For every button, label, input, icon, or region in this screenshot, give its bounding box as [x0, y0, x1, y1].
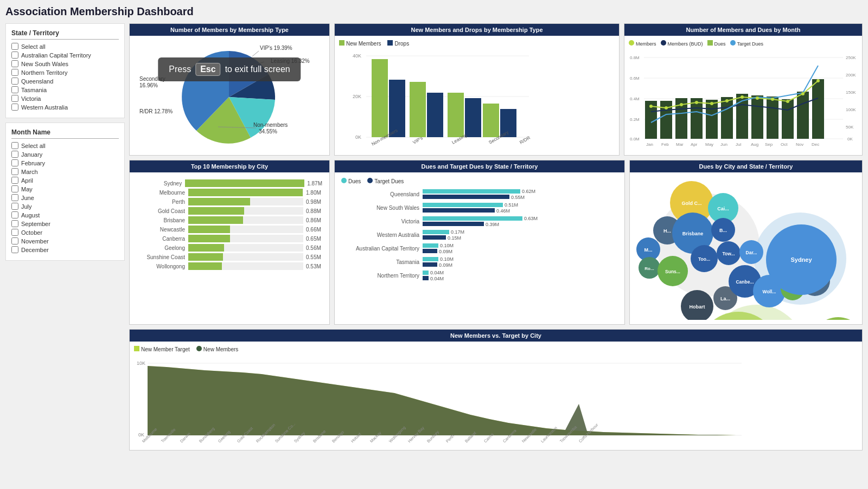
dues-panel: Dues and Target Dues by State / Territor…	[334, 160, 625, 325]
svg-text:Apr: Apr	[691, 142, 698, 147]
state-label: Western Australia	[341, 232, 423, 238]
bubble-panel: Dues by City and State / Territory Gold …	[629, 160, 863, 325]
svg-text:Suns...: Suns...	[665, 269, 680, 274]
bar-track	[188, 216, 303, 224]
top10-title: Top 10 Membership by City	[130, 160, 329, 172]
overlay-exit-text: to exit full screen	[225, 65, 290, 74]
state-checkbox[interactable]	[11, 69, 18, 76]
month-checkbox[interactable]	[11, 142, 18, 149]
city-label: Newcastle	[134, 227, 188, 233]
state-checkbox[interactable]	[11, 43, 18, 50]
dues-value: 0.10M	[440, 256, 454, 262]
month-filter-item: April	[11, 177, 119, 184]
month-filter-item: September	[11, 220, 119, 227]
dues-body: Dues Target Dues Queensland 0.62M 0.55M …	[335, 172, 624, 289]
bar-track	[188, 207, 303, 215]
top10-row: Geelong 0.56M	[134, 244, 325, 252]
month-checkbox[interactable]	[11, 211, 18, 218]
svg-rect-33	[706, 100, 718, 139]
dues-bar	[423, 243, 438, 248]
dues-value: 0.17M	[451, 229, 464, 235]
bar-value: 0.88M	[306, 208, 325, 214]
bar-value: 0.53M	[306, 263, 325, 269]
city-label: Perth	[134, 199, 188, 205]
pie-chart-panel: Number of Members by Membership Type Pre…	[129, 23, 330, 156]
target-value: 0.39M	[486, 222, 499, 227]
svg-text:40K: 40K	[353, 53, 361, 59]
row-1: Number of Members by Membership Type Pre…	[129, 23, 863, 156]
bar-fill	[188, 198, 250, 205]
top10-row: Sydney 1.87M	[134, 179, 325, 187]
dues-legend: Dues Target Dues	[341, 178, 618, 184]
month-checkbox[interactable]	[11, 229, 18, 236]
dues-value: 0.04M	[430, 270, 444, 275]
month-checkbox[interactable]	[11, 237, 18, 244]
svg-point-47	[741, 95, 744, 99]
month-checkbox[interactable]	[11, 168, 18, 175]
dues-bar	[423, 257, 438, 261]
new-members-target-legend: New Member Target New Members	[134, 346, 858, 352]
month-filter-item: June	[11, 194, 119, 201]
target-bar	[423, 195, 509, 199]
target-bar	[423, 222, 484, 226]
month-checkbox[interactable]	[11, 185, 18, 192]
month-checkbox[interactable]	[11, 220, 18, 227]
state-label: Australian Capital Territory	[341, 246, 423, 252]
month-checkbox[interactable]	[11, 159, 18, 166]
state-checkbox[interactable]	[11, 52, 18, 59]
new-members-drops-title: New Members and Drops by Membership Type	[335, 24, 619, 36]
state-checkbox[interactable]	[11, 104, 18, 111]
sidebar: State / Territory Select allAustralian C…	[5, 23, 125, 451]
dues-bar	[423, 230, 449, 234]
bar-vips-new	[410, 82, 426, 137]
month-checkbox[interactable]	[11, 203, 18, 210]
svg-text:May: May	[705, 142, 713, 147]
label-nonmembers: Non-members	[253, 122, 288, 128]
top10-row: Gold Coast 0.88M	[134, 207, 325, 215]
svg-point-44	[695, 101, 698, 104]
dues-bar	[423, 189, 520, 194]
state-checkbox[interactable]	[11, 95, 18, 102]
members-dues-svg: 0.8M 0.6M 0.4M 0.2M 0.0M 250K 200K 150K …	[629, 49, 862, 151]
state-label: Tasmania	[341, 259, 423, 265]
month-checkbox[interactable]	[11, 246, 18, 253]
state-filter-item: Queensland	[11, 78, 119, 85]
svg-text:Hobart: Hobart	[690, 304, 705, 310]
bar-value: 1.80M	[306, 190, 325, 196]
month-filter-section: Month Name Select allJanuaryFebruaryMarc…	[5, 123, 125, 261]
month-checkbox[interactable]	[11, 151, 18, 158]
members-area	[148, 366, 736, 435]
page-title: Association Membership Dashboard	[5, 5, 863, 18]
dues-row: Western Australia 0.17M 0.15M	[341, 229, 618, 240]
bar-vips-drops	[427, 93, 443, 137]
city-label: Gold Coast	[134, 208, 188, 214]
state-label: Queensland	[341, 191, 423, 197]
svg-text:0.4M: 0.4M	[630, 96, 640, 101]
pie-chart-title: Number of Members by Membership Type	[130, 24, 329, 36]
bar-secondary-new	[483, 104, 499, 137]
svg-text:50K: 50K	[846, 125, 854, 130]
state-checkbox[interactable]	[11, 78, 18, 85]
target-bar	[423, 249, 437, 253]
state-checkbox[interactable]	[11, 86, 18, 93]
bar-value: 0.65M	[306, 236, 325, 242]
bar-fill	[188, 189, 303, 196]
target-bar	[423, 262, 437, 267]
svg-text:Gold C...: Gold C...	[682, 201, 702, 206]
month-filter-item: January	[11, 151, 119, 158]
svg-point-48	[756, 96, 759, 100]
state-checkbox[interactable]	[11, 60, 18, 67]
svg-rect-40	[812, 79, 824, 139]
area-chart-svg: 10K 0K Melbourne	[134, 355, 747, 445]
state-filter-item: New South Wales	[11, 60, 119, 67]
members-dues-month-title: Number of Members and Dues by Month	[624, 24, 862, 36]
month-checkbox[interactable]	[11, 177, 18, 184]
members-dues-month-panel: Number of Members and Dues by Month Memb…	[624, 23, 863, 156]
month-filter-item: November	[11, 237, 119, 244]
svg-text:H...: H...	[663, 228, 671, 234]
bar-track	[188, 244, 303, 252]
new-members-drops-legend: New Members Drops	[339, 40, 615, 47]
svg-text:Canbe...: Canbe...	[736, 279, 754, 285]
month-checkbox[interactable]	[11, 194, 18, 201]
dashboard: Association Membership Dashboard State /…	[0, 0, 868, 489]
